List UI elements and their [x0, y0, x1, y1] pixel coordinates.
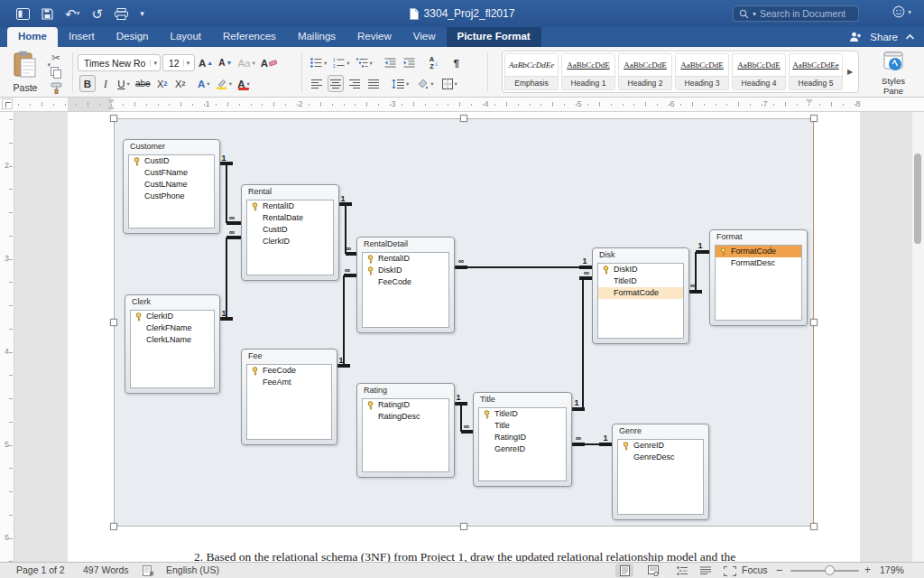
strikethrough-button[interactable]: abe — [134, 75, 152, 92]
share-button[interactable]: Share — [870, 32, 898, 42]
zoom-percentage[interactable]: 179% — [880, 563, 904, 578]
style-chip-heading-4[interactable]: AaBbCcDdEHeading 4 — [732, 53, 786, 90]
resize-handle-middle-left[interactable] — [110, 319, 117, 326]
draft-view-button[interactable] — [697, 564, 715, 577]
er-diagram-picture[interactable]: 1∞1∞1∞1∞∞1∞11∞∞1∞1 CustomerCustIDCustFNa… — [114, 118, 814, 527]
er-table-clerk[interactable]: ClerkClerkIDClerkFNameClerkLName — [125, 294, 220, 394]
resize-handle-top-right[interactable] — [810, 115, 818, 122]
proofing-status-icon[interactable] — [143, 565, 154, 578]
style-chip-heading-1[interactable]: AaBbCcDdEHeading 1 — [561, 53, 615, 90]
style-chip-heading-3[interactable]: AaBbCcDdEHeading 3 — [675, 53, 729, 90]
shading-button[interactable]: ▾ — [415, 75, 435, 92]
clear-formatting-button[interactable]: A — [259, 54, 279, 71]
focus-mode-label[interactable]: Focus — [742, 563, 768, 578]
tab-picture-format[interactable]: Picture Format — [447, 27, 541, 47]
copy-icon[interactable] — [51, 67, 61, 79]
hanging-indent-marker[interactable] — [107, 105, 115, 109]
page-indicator[interactable]: Page 1 of 2 — [16, 563, 65, 578]
er-table-rating[interactable]: RatingRatingIDRatingDesc — [356, 383, 455, 478]
er-table-genre[interactable]: GenreGenreIDGenreDesc — [612, 424, 709, 520]
increase-indent-button[interactable] — [402, 54, 418, 71]
tab-view[interactable]: View — [402, 27, 447, 47]
bullets-button[interactable]: ▾ — [309, 54, 328, 71]
er-table-title[interactable]: TitleTitleIDTitleRatingIDGenreID — [473, 392, 572, 487]
feedback-button[interactable]: ▾ — [892, 5, 911, 18]
highlight-button[interactable]: ▾ — [214, 75, 234, 92]
superscript-button[interactable]: X2 — [172, 75, 189, 92]
search-input[interactable]: ▾ Search in Document — [733, 5, 859, 22]
line-spacing-button[interactable]: ▾ — [390, 75, 411, 92]
underline-dropdown-icon[interactable]: ▾ — [127, 80, 130, 88]
er-table-rentaldetail[interactable]: RentalDetailRentalIDDiskIDFeeCode — [356, 237, 455, 333]
document-canvas[interactable]: 2. Based on the relational schema (3NF) … — [0, 112, 924, 562]
tab-home[interactable]: Home — [7, 27, 58, 47]
resize-handle-bottom-center[interactable] — [460, 523, 467, 530]
styles-gallery-more-icon[interactable]: ▶ — [845, 53, 855, 90]
font-name-select[interactable]: Times New Ro... ▾ — [78, 54, 161, 71]
change-case-button[interactable]: Aa▾ — [236, 54, 256, 71]
resize-handle-top-center[interactable] — [460, 115, 467, 122]
numbering-button[interactable]: 12▾ — [331, 54, 351, 71]
font-name-dropdown-icon[interactable]: ▾ — [150, 60, 157, 67]
resize-handle-top-left[interactable] — [110, 115, 117, 122]
shrink-font-button[interactable]: A▼ — [217, 54, 234, 71]
format-painter-icon[interactable] — [51, 82, 62, 94]
resize-handle-middle-right[interactable] — [810, 319, 818, 326]
redo-button[interactable]: ↺ — [92, 7, 104, 21]
font-color-dropdown-icon[interactable]: ▾ — [246, 80, 249, 88]
tab-layout[interactable]: Layout — [160, 27, 213, 47]
align-left-button[interactable] — [309, 75, 325, 92]
toolbar-options-icon[interactable]: ▾ — [140, 10, 144, 18]
focus-mode-icon[interactable] — [724, 565, 736, 578]
outline-view-button[interactable] — [673, 564, 691, 577]
resize-handle-bottom-left[interactable] — [110, 523, 117, 530]
er-table-disk[interactable]: DiskDiskIDTitleIDFormatCode — [592, 247, 689, 344]
font-size-dropdown-icon[interactable]: ▾ — [183, 60, 190, 67]
er-table-customer[interactable]: CustomerCustIDCustFNameCustLNameCustPhon… — [123, 139, 220, 234]
tab-insert[interactable]: Insert — [58, 27, 106, 47]
er-table-format[interactable]: FormatFormatCodeFormatDesc — [709, 229, 808, 326]
subscript-button[interactable]: X2 — [154, 75, 171, 92]
zoom-in-button[interactable]: + — [864, 563, 871, 578]
underline-button[interactable]: U▾ — [116, 75, 132, 92]
sort-button[interactable]: AZ↓ — [426, 54, 442, 71]
er-table-fee[interactable]: FeeFeeCodeFeeAmt — [241, 349, 337, 445]
decrease-indent-button[interactable] — [383, 54, 399, 71]
scrollbar-thumb[interactable] — [914, 154, 921, 244]
tab-selector[interactable] — [2, 98, 13, 109]
language-indicator[interactable]: English (US) — [166, 563, 219, 578]
tab-review[interactable]: Review — [346, 27, 402, 47]
word-count[interactable]: 497 Words — [83, 563, 129, 578]
font-color-button[interactable]: A▾ — [236, 75, 252, 92]
save-icon[interactable] — [42, 8, 53, 20]
er-table-rental[interactable]: RentalRentalIDRentalDateCustIDClerkID — [241, 184, 339, 281]
undo-dropdown-icon[interactable]: ▾ — [77, 10, 80, 17]
multilevel-list-button[interactable]: ▾ — [355, 54, 374, 71]
italic-button[interactable]: I — [97, 75, 114, 92]
style-chip-emphasis[interactable]: AaBbCcDdEeEmphasis — [504, 53, 559, 90]
search-scope-dropdown-icon[interactable]: ▾ — [753, 10, 756, 18]
sidebar-toggle-icon[interactable] — [16, 8, 30, 20]
tab-references[interactable]: References — [212, 27, 287, 47]
style-chip-heading-5[interactable]: AaBbCcDdEeHeading 5 — [789, 53, 843, 90]
align-right-button[interactable] — [346, 75, 363, 92]
right-indent-marker[interactable] — [806, 99, 813, 104]
paste-button[interactable]: ▾ Paste — [5, 51, 45, 93]
collapse-ribbon-icon[interactable] — [905, 33, 915, 41]
highlight-dropdown-icon[interactable]: ▾ — [229, 80, 232, 88]
body-text-line[interactable]: 2. Based on the relational schema (3NF) … — [194, 550, 880, 562]
text-effects-dropdown-icon[interactable]: ▾ — [207, 80, 209, 88]
style-chip-heading-2[interactable]: AaBbCcDdEHeading 2 — [618, 53, 672, 90]
styles-pane-button[interactable]: StylesPane — [868, 51, 919, 97]
vertical-ruler[interactable]: 23456 — [0, 112, 14, 562]
justify-button[interactable] — [365, 75, 382, 92]
horizontal-ruler[interactable]: 12345678 — [0, 98, 924, 112]
align-center-button[interactable] — [328, 75, 344, 92]
zoom-out-button[interactable]: − — [776, 563, 783, 578]
tab-mailings[interactable]: Mailings — [287, 27, 346, 47]
resize-handle-bottom-right[interactable] — [810, 523, 818, 530]
tab-design[interactable]: Design — [106, 27, 160, 47]
undo-button[interactable]: ↶▾ — [65, 7, 80, 21]
cut-icon[interactable]: ✂ — [51, 52, 60, 63]
print-layout-view-button[interactable] — [615, 564, 633, 577]
